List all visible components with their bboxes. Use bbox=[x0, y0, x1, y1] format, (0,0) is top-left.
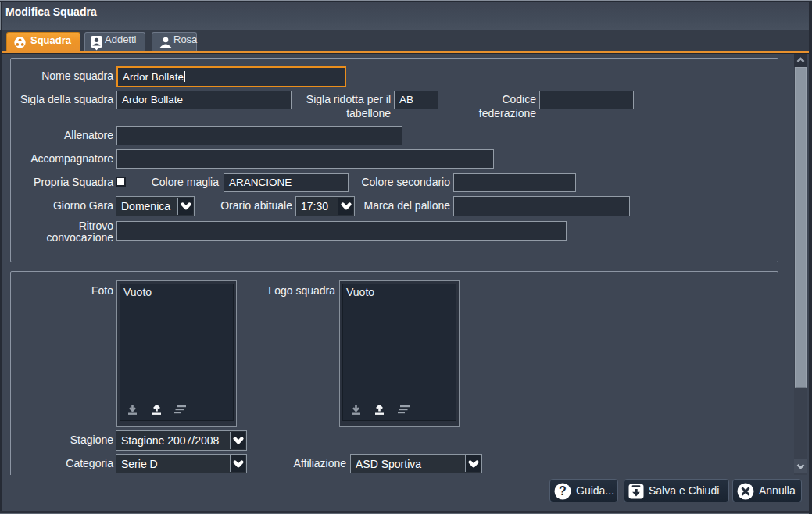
svg-text:?: ? bbox=[559, 484, 567, 498]
